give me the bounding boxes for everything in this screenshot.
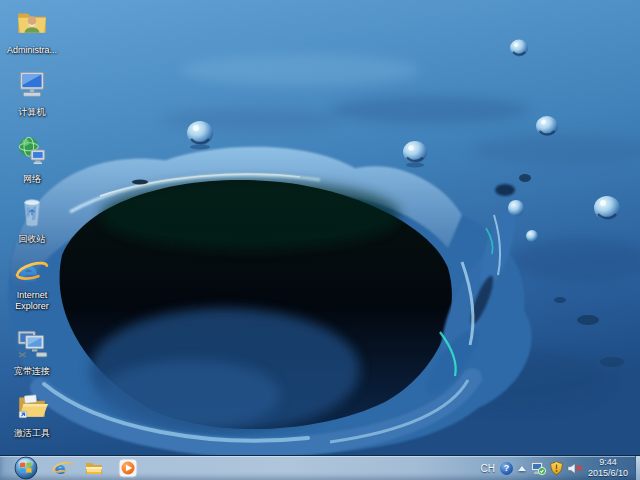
desktop-icon-label: 网络 <box>23 174 41 185</box>
desktop-icon-label: 激活工具 <box>14 428 50 439</box>
taskbar-clock[interactable]: 9:44 2015/6/10 <box>583 457 633 480</box>
folder-icon <box>84 458 104 478</box>
desktop-icon-administrator-folder[interactable]: Administra... <box>2 5 62 57</box>
desktop-icon-network[interactable]: 网络 <box>2 134 62 186</box>
system-tray: CH ? <box>480 456 582 480</box>
show-hidden-icons-button[interactable] <box>518 466 526 471</box>
internet-explorer-icon: e <box>15 255 49 289</box>
network-globe-icon <box>15 134 49 168</box>
svg-text:e: e <box>19 256 38 289</box>
taskbar: e CH ? <box>0 455 640 480</box>
ime-help-icon[interactable]: ? <box>500 462 513 475</box>
desktop-icon-recycle-bin[interactable]: 回收站 <box>2 194 62 246</box>
tray-security-shield-icon[interactable] <box>550 461 563 475</box>
windows7-desktop: Administra... 计算机 网络 <box>0 0 640 480</box>
tray-volume-muted-icon[interactable] <box>567 462 582 475</box>
taskbar-media-player-button[interactable] <box>114 456 142 480</box>
desktop-icon-label: 计算机 <box>19 107 46 118</box>
show-desktop-button[interactable] <box>635 456 640 480</box>
desktop-icon-broadband-connection[interactable]: 宽带连接 <box>2 326 62 378</box>
svg-text:e: e <box>55 459 66 478</box>
broadband-connection-icon <box>15 326 49 360</box>
computer-icon <box>15 67 49 101</box>
desktop-icon-activation-tools[interactable]: 激活工具 <box>2 388 62 440</box>
activation-tools-folder-icon <box>15 388 49 422</box>
desktop-icon-label: 宽带连接 <box>14 366 50 377</box>
tray-network-connected-icon[interactable] <box>531 462 546 475</box>
language-indicator[interactable]: CH <box>480 463 496 474</box>
clock-time: 9:44 <box>583 457 633 468</box>
desktop-icon-label: Internet Explorer <box>3 290 61 312</box>
user-folder-icon <box>15 5 49 39</box>
desktop-icon-internet-explorer[interactable]: e Internet Explorer <box>2 255 62 313</box>
clock-date: 2015/6/10 <box>583 468 633 479</box>
windows-start-orb-icon <box>14 456 38 480</box>
desktop-icon-computer[interactable]: 计算机 <box>2 67 62 119</box>
start-button[interactable] <box>12 456 40 480</box>
desktop-icon-label: Administra... <box>7 45 57 56</box>
internet-explorer-icon: e <box>52 458 72 478</box>
taskbar-windows-explorer-button[interactable] <box>80 456 108 480</box>
windows-media-player-icon <box>118 458 138 478</box>
wallpaper-water-splash <box>0 0 640 455</box>
taskbar-internet-explorer-button[interactable]: e <box>48 456 76 480</box>
recycle-bin-icon <box>15 194 49 228</box>
desktop-icon-label: 回收站 <box>19 234 46 245</box>
